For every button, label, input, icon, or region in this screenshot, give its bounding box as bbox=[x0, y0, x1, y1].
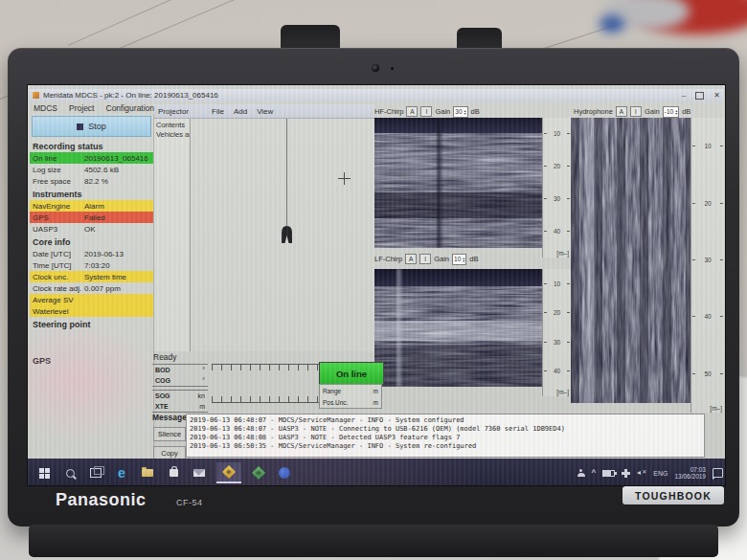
messages-log[interactable]: 2019-06-13 06:48:07 - MDCS/ServiceManage… bbox=[186, 414, 705, 458]
tree-item-vehicles[interactable]: Vehicles an→ bbox=[156, 130, 190, 140]
tick-dash bbox=[567, 166, 570, 167]
lf-gain-spinner[interactable]: 10▴▾ bbox=[452, 254, 466, 265]
tick-dash bbox=[544, 342, 547, 343]
md-diamond-icon bbox=[252, 466, 265, 480]
clock[interactable]: 07:03 13/06/2019 bbox=[674, 466, 706, 481]
language-indicator[interactable]: ENG bbox=[653, 470, 668, 477]
range-field-unit: m bbox=[374, 388, 378, 394]
map-canvas[interactable] bbox=[191, 119, 374, 351]
touch-pad-icon[interactable] bbox=[622, 469, 630, 478]
projector-menu-view[interactable]: View bbox=[257, 107, 273, 116]
hf-gain-spinner[interactable]: 30▴▾ bbox=[453, 106, 467, 118]
laptop-base bbox=[29, 525, 718, 557]
row-value: 82.2 % bbox=[84, 177, 153, 186]
depth-tick: 30 bbox=[691, 257, 724, 263]
lf-auto-button[interactable]: A bbox=[405, 254, 417, 264]
section-instruments: Instruments NavEngine Alarm GPS Failed U… bbox=[30, 187, 153, 235]
copy-button[interactable]: Copy bbox=[153, 446, 186, 459]
status-row: Clock unc. System time bbox=[30, 271, 153, 282]
row-value: Failed bbox=[84, 213, 153, 222]
row-label: Waterlevel bbox=[30, 307, 84, 316]
store-button[interactable] bbox=[165, 462, 182, 483]
hf-event-streak bbox=[437, 118, 441, 248]
sensor-led bbox=[391, 67, 394, 70]
hf-invert-button[interactable]: I bbox=[420, 106, 432, 117]
tray-expand-chevron[interactable]: ^ bbox=[592, 469, 597, 477]
window-titlebar[interactable]: Meridata MDCS - pk:2 - On line: 20190613… bbox=[30, 89, 723, 101]
hydro-auto-button[interactable]: A bbox=[616, 106, 627, 117]
vessel-icon bbox=[281, 226, 293, 245]
search-button[interactable] bbox=[61, 462, 79, 483]
minimize-button[interactable]: – bbox=[682, 91, 686, 100]
nav-field: COG ° bbox=[152, 377, 208, 384]
file-explorer-button[interactable] bbox=[139, 462, 156, 483]
tick-label: 20 bbox=[554, 163, 560, 169]
section-header: Steering point bbox=[30, 317, 153, 330]
nav-field: BOD ° bbox=[152, 367, 208, 373]
row-label: UASP3 bbox=[30, 225, 84, 234]
task-view-button[interactable] bbox=[87, 462, 104, 483]
row-label: Log size bbox=[30, 166, 84, 174]
nav-field-label: SOG bbox=[155, 392, 170, 399]
close-button[interactable]: ✕ bbox=[713, 91, 720, 100]
depth-axis-unit: [m–] bbox=[710, 405, 722, 412]
hf-gain-label: Gain bbox=[435, 107, 450, 116]
row-value: OK bbox=[84, 225, 153, 234]
distance-ruler bbox=[212, 364, 319, 414]
hydro-invert-button[interactable]: I bbox=[630, 106, 642, 117]
battery-icon[interactable] bbox=[602, 470, 615, 477]
status-row: Waterlevel bbox=[30, 305, 153, 317]
lf-event-streak bbox=[396, 269, 401, 387]
tree-item-contents[interactable]: Contents bbox=[156, 121, 190, 130]
md-circle-icon bbox=[279, 467, 290, 479]
log-line: 2019-06-13 06:48:07 - MDCS/ServiceManage… bbox=[190, 416, 704, 425]
depth-tick: 20 bbox=[543, 163, 571, 169]
hf-auto-button[interactable]: A bbox=[406, 106, 418, 117]
edge-button[interactable]: e bbox=[113, 462, 130, 483]
projector-menu-file[interactable]: File bbox=[212, 107, 224, 116]
hf-seabed-band bbox=[374, 192, 542, 218]
online-indicator-button[interactable]: On line bbox=[319, 362, 384, 385]
silence-button[interactable]: Silence bbox=[153, 427, 186, 441]
section-core-info: Core info Date [UTC] 2019-06-13 Time [UT… bbox=[30, 235, 153, 317]
mail-button[interactable] bbox=[191, 462, 208, 483]
section-header: Core info bbox=[30, 235, 153, 248]
projector-menu-add[interactable]: Add bbox=[234, 107, 247, 116]
tick-dash bbox=[544, 312, 547, 313]
volume-muted-icon[interactable] bbox=[637, 469, 646, 477]
md-app-button-blue[interactable] bbox=[276, 462, 293, 483]
menu-project[interactable]: Project bbox=[69, 103, 94, 113]
row-value: System time bbox=[84, 273, 153, 281]
stop-button[interactable]: Stop bbox=[32, 116, 151, 137]
action-center-icon[interactable] bbox=[713, 468, 723, 478]
nav-field-label: BOD bbox=[155, 367, 170, 373]
status-row: UASP3 OK bbox=[30, 223, 153, 235]
nav-field-label: COG bbox=[155, 377, 170, 384]
menu-configuration[interactable]: Configuration bbox=[106, 103, 155, 113]
app-icon bbox=[33, 92, 39, 99]
search-icon bbox=[66, 469, 75, 478]
depth-tick: 10 bbox=[543, 130, 571, 137]
tick-label: 40 bbox=[554, 368, 560, 374]
stop-icon bbox=[77, 123, 83, 130]
laptop-brand: Panasonic bbox=[56, 490, 147, 510]
mdcs-app-button-active[interactable] bbox=[216, 462, 241, 483]
edge-icon: e bbox=[118, 466, 125, 480]
lf-invert-button[interactable]: I bbox=[419, 254, 431, 264]
depth-tick: 10 bbox=[543, 280, 571, 287]
hydro-gain-label: Gain bbox=[645, 107, 660, 116]
people-icon[interactable] bbox=[577, 469, 585, 477]
row-value: 2019-06-13 bbox=[84, 250, 153, 258]
hydro-gain-spinner[interactable]: -10▴▾ bbox=[663, 106, 679, 118]
hf-light-band bbox=[374, 151, 542, 180]
status-row: Average SV bbox=[30, 294, 153, 305]
start-button[interactable] bbox=[35, 462, 53, 483]
tick-label: 50 bbox=[704, 370, 711, 377]
depth-tick: 10 bbox=[691, 143, 724, 149]
tick-dash bbox=[567, 231, 570, 232]
menu-mdcs[interactable]: MDCS bbox=[34, 103, 57, 113]
md-app-button-green[interactable] bbox=[250, 462, 267, 483]
projector-title[interactable]: Projector bbox=[158, 107, 189, 116]
maximize-button[interactable] bbox=[695, 92, 704, 100]
hf-chirp-display bbox=[374, 118, 542, 248]
